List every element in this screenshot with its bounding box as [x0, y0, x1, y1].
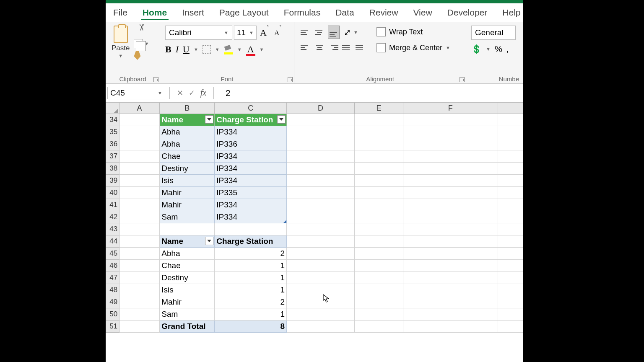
cell[interactable]: Destiny	[160, 163, 215, 175]
dialog-launcher-icon[interactable]	[288, 77, 293, 82]
row-header[interactable]: 50	[106, 308, 119, 321]
cell[interactable]: IP334	[215, 163, 287, 175]
cell[interactable]	[119, 296, 160, 308]
cell[interactable]: Chae	[160, 150, 215, 163]
cell[interactable]: IP336	[215, 138, 287, 150]
bold-button[interactable]: B	[165, 44, 171, 55]
row-header[interactable]: 40	[106, 187, 119, 199]
filter-icon[interactable]	[205, 115, 213, 124]
cell[interactable]	[287, 272, 355, 284]
column-header-g[interactable]	[498, 102, 523, 114]
fill-color-button[interactable]	[224, 46, 233, 53]
dialog-launcher-icon[interactable]	[460, 77, 465, 82]
cell[interactable]: Isis	[160, 175, 215, 187]
cell[interactable]	[498, 272, 523, 284]
cell[interactable]	[287, 296, 355, 308]
cell[interactable]	[119, 175, 160, 187]
cell[interactable]	[215, 223, 287, 235]
row-header[interactable]: 46	[106, 260, 119, 272]
cell[interactable]	[498, 260, 523, 272]
cell[interactable]: 1	[215, 284, 287, 296]
cell[interactable]	[287, 150, 355, 163]
cell[interactable]	[287, 175, 355, 187]
pivot-grand-total-label[interactable]: Grand Total	[160, 321, 215, 333]
align-middle-button[interactable]	[314, 26, 325, 39]
cell[interactable]	[498, 150, 523, 163]
row-header[interactable]: 47	[106, 272, 119, 284]
filter-icon[interactable]	[205, 237, 213, 245]
column-header-b[interactable]: B	[160, 102, 215, 114]
cell[interactable]	[119, 163, 160, 175]
tab-insert[interactable]: Insert	[180, 5, 206, 20]
cell[interactable]	[287, 223, 355, 235]
tab-file[interactable]: File	[112, 5, 129, 20]
table-header-station[interactable]: Charge Station	[215, 114, 287, 126]
column-header-d[interactable]: D	[287, 102, 355, 114]
cell[interactable]	[355, 223, 403, 235]
row-header[interactable]: 38	[106, 163, 119, 175]
tab-developer[interactable]: Developer	[446, 5, 489, 20]
cell[interactable]	[403, 284, 498, 296]
cell[interactable]	[119, 114, 160, 126]
row-header[interactable]: 35	[106, 126, 119, 138]
insert-function-button[interactable]: fx	[197, 88, 209, 98]
cell[interactable]	[119, 272, 160, 284]
tab-page-layout[interactable]: Page Layout	[218, 5, 270, 20]
number-format-select[interactable]: General	[471, 26, 516, 40]
cell[interactable]: Abha	[160, 126, 215, 138]
cell[interactable]	[403, 321, 498, 333]
column-header-c[interactable]: C	[215, 102, 287, 114]
cell[interactable]	[498, 211, 523, 223]
spreadsheet-grid[interactable]: A B C D E F 34 Name Charge Station 35Abh…	[106, 102, 523, 333]
decrease-indent-button[interactable]	[342, 43, 353, 52]
cell[interactable]	[119, 321, 160, 333]
cell[interactable]	[498, 308, 523, 321]
align-right-button[interactable]	[328, 41, 340, 54]
paste-button[interactable]: Paste ▼	[109, 24, 132, 60]
filter-icon[interactable]	[277, 115, 286, 124]
cell[interactable]	[287, 211, 355, 223]
cell[interactable]	[403, 248, 498, 260]
cell[interactable]: IP335	[215, 187, 287, 199]
font-color-button[interactable]: A	[246, 44, 255, 55]
cell[interactable]	[287, 284, 355, 296]
cell[interactable]	[160, 223, 215, 235]
dialog-launcher-icon[interactable]	[153, 77, 158, 82]
cell[interactable]	[355, 126, 403, 138]
cell[interactable]	[498, 296, 523, 308]
cancel-formula-button[interactable]: ✕	[174, 88, 186, 98]
comma-format-button[interactable]: ,	[506, 44, 509, 54]
cell[interactable]	[403, 296, 498, 308]
select-all-button[interactable]	[106, 102, 119, 114]
cell[interactable]	[355, 284, 403, 296]
cell[interactable]: Mahir	[160, 199, 215, 211]
cell[interactable]: Abha	[160, 248, 215, 260]
cell[interactable]	[355, 235, 403, 248]
cell[interactable]	[498, 321, 523, 333]
cell[interactable]	[498, 199, 523, 211]
cell[interactable]	[403, 272, 498, 284]
cell[interactable]	[119, 199, 160, 211]
cell[interactable]: IP334	[215, 150, 287, 163]
cell[interactable]	[355, 138, 403, 150]
cell[interactable]	[287, 138, 355, 150]
cell[interactable]	[287, 163, 355, 175]
cell[interactable]	[119, 248, 160, 260]
cell[interactable]: 2	[215, 296, 287, 308]
cell[interactable]: IP334	[215, 175, 287, 187]
tab-formulas[interactable]: Formulas	[282, 5, 322, 20]
increase-font-button[interactable]: A˄	[258, 27, 271, 38]
row-header[interactable]: 43	[106, 223, 119, 235]
cell[interactable]	[403, 211, 498, 223]
cell[interactable]	[403, 235, 498, 248]
merge-center-button[interactable]: Merge & Center▼	[374, 41, 453, 54]
font-size-select[interactable]: 11▼	[234, 26, 257, 40]
cell[interactable]: 1	[215, 308, 287, 321]
tab-home[interactable]: Home	[141, 5, 169, 20]
cell[interactable]	[403, 223, 498, 235]
cell[interactable]	[403, 175, 498, 187]
pivot-header-station[interactable]: Charge Station	[215, 235, 287, 248]
cell[interactable]	[403, 163, 498, 175]
cell[interactable]	[287, 235, 355, 248]
name-box[interactable]: C45▼	[107, 87, 165, 99]
